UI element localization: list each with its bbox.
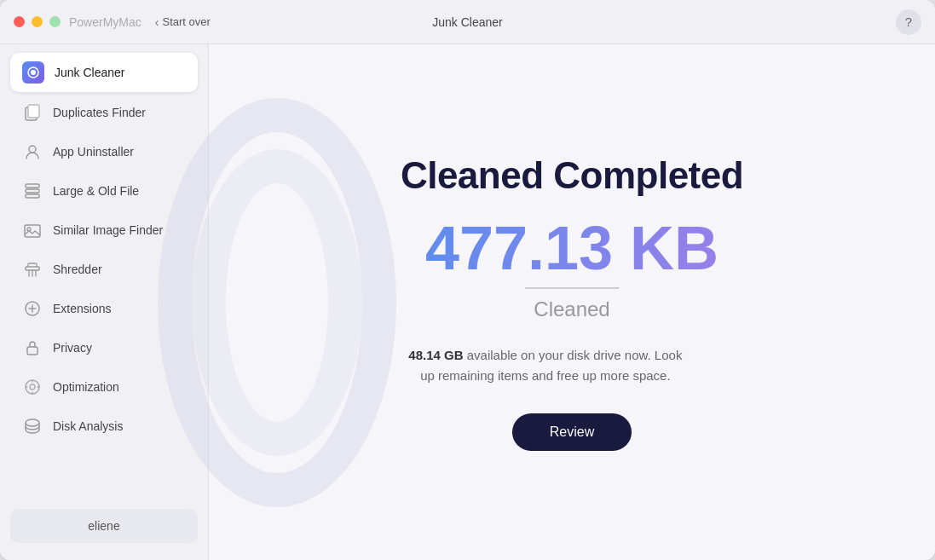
chevron-left-icon: ‹ (155, 15, 159, 29)
minimize-button[interactable] (32, 16, 43, 27)
sidebar-item-label: Duplicates Finder (53, 106, 146, 119)
username-label: eliene (88, 519, 119, 533)
sidebar-item-label: Shredder (53, 263, 102, 276)
svg-rect-7 (26, 194, 39, 198)
disk-size: 48.14 GB (408, 348, 463, 362)
svg-point-4 (29, 146, 36, 153)
sidebar-item-privacy[interactable]: Privacy (10, 329, 198, 367)
sidebar-item-large-old-file[interactable]: Large & Old File (10, 172, 198, 210)
divider (525, 287, 619, 289)
sidebar-item-extensions[interactable]: Extensions (10, 290, 198, 327)
similar-image-finder-icon (22, 220, 43, 240)
svg-rect-3 (28, 105, 39, 118)
disk-analysis-icon (22, 416, 43, 436)
sidebar-item-label: Large & Old File (53, 184, 139, 198)
sidebar-item-label: Extensions (53, 302, 111, 315)
optimization-icon (22, 377, 43, 397)
app-uninstaller-icon (22, 141, 43, 162)
svg-point-14 (30, 384, 35, 390)
traffic-lights (14, 16, 61, 27)
sidebar: Junk Cleaner Duplicates Finder (0, 44, 209, 560)
duplicates-finder-icon (22, 102, 43, 123)
sidebar-item-optimization[interactable]: Optimization (10, 368, 198, 406)
shredder-icon (22, 259, 43, 280)
maximize-button[interactable] (49, 16, 61, 27)
app-name-label: PowerMyMac (69, 15, 141, 29)
extensions-icon (22, 298, 43, 319)
privacy-icon (22, 338, 43, 358)
user-section[interactable]: eliene (10, 509, 198, 543)
sidebar-item-label: Similar Image Finder (53, 223, 163, 237)
sidebar-item-duplicates-finder[interactable]: Duplicates Finder (10, 94, 198, 131)
svg-rect-5 (26, 184, 39, 188)
start-over-button[interactable]: ‹ Start over (155, 15, 211, 29)
sidebar-item-similar-image-finder[interactable]: Similar Image Finder (10, 211, 198, 249)
sidebar-items: Junk Cleaner Duplicates Finder (10, 53, 198, 500)
app-window: PowerMyMac ‹ Start over Junk Cleaner ? (0, 0, 935, 560)
sidebar-item-label: Optimization (53, 380, 119, 394)
sidebar-item-junk-cleaner[interactable]: Junk Cleaner (10, 53, 198, 92)
sidebar-item-label: Privacy (53, 341, 92, 355)
start-over-label: Start over (162, 15, 210, 28)
close-button[interactable] (14, 16, 25, 27)
content-inner: Cleaned Completed 477.13 KB Cleaned 48.1… (401, 154, 743, 451)
help-icon: ? (905, 14, 912, 29)
sidebar-item-app-uninstaller[interactable]: App Uninstaller (10, 133, 198, 170)
disk-info: 48.14 GB available on your disk drive no… (401, 345, 690, 386)
main-layout: Junk Cleaner Duplicates Finder (0, 44, 935, 560)
svg-point-1 (31, 70, 36, 75)
cleaned-label: Cleaned (401, 297, 743, 321)
svg-point-15 (26, 419, 39, 426)
sidebar-item-label: Disk Analysis (53, 419, 123, 433)
sidebar-item-label: Junk Cleaner (55, 66, 125, 79)
junk-cleaner-icon (22, 61, 44, 84)
title-bar: PowerMyMac ‹ Start over Junk Cleaner ? (0, 0, 935, 44)
svg-rect-12 (27, 347, 38, 355)
cleaned-amount: 477.13 KB (401, 217, 743, 279)
page-title: Junk Cleaner (432, 15, 503, 29)
large-old-file-icon (22, 181, 43, 201)
help-button[interactable]: ? (896, 9, 921, 35)
sidebar-footer: eliene (10, 500, 198, 551)
content-area: Cleaned Completed 477.13 KB Cleaned 48.1… (209, 44, 935, 560)
review-button[interactable]: Review (512, 413, 632, 451)
sidebar-item-disk-analysis[interactable]: Disk Analysis (10, 407, 198, 445)
cleaned-completed-title: Cleaned Completed (401, 154, 743, 197)
sidebar-item-shredder[interactable]: Shredder (10, 251, 198, 288)
sidebar-item-label: App Uninstaller (53, 145, 134, 159)
svg-rect-6 (26, 189, 39, 193)
svg-rect-8 (25, 225, 40, 237)
